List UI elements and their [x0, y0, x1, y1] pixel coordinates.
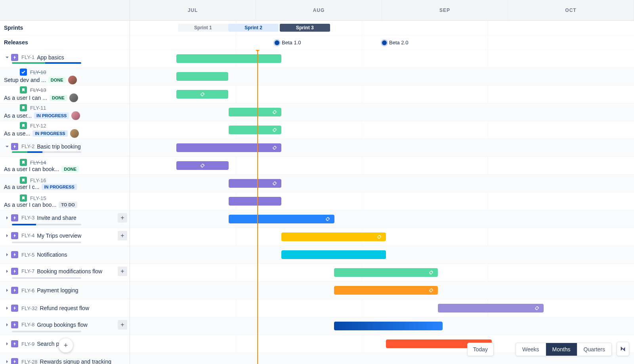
issue-row[interactable]: FLY-14As a user I can book...DONE [0, 157, 130, 175]
story-icon [20, 122, 27, 129]
timeline-bar[interactable] [281, 233, 386, 241]
timeline-bar[interactable] [334, 322, 442, 330]
timeline-row[interactable] [130, 317, 634, 335]
epic-row[interactable]: FLY-2Basic trip booking [0, 139, 130, 157]
timeline-row[interactable] [130, 121, 634, 139]
timeline-bar[interactable] [176, 161, 229, 170]
add-child-button[interactable]: + [118, 231, 127, 240]
status-badge: DONE [50, 95, 67, 101]
month-jul: JUL [130, 0, 256, 20]
issue-row[interactable]: FLY-16As a user I c...IN PROGRESS [0, 175, 130, 192]
epic-row[interactable]: FLY-32Refund request flow [0, 299, 130, 317]
add-child-button[interactable]: + [118, 213, 127, 223]
chevron-right-icon[interactable] [4, 287, 10, 293]
assignee-avatar[interactable] [68, 76, 77, 84]
zoom-weeks[interactable]: Weeks [516, 343, 546, 356]
issue-row[interactable]: FLY-10Setup dev and ...DONE [0, 68, 130, 86]
timeline-row[interactable] [130, 282, 634, 299]
timeline-row[interactable] [130, 210, 634, 228]
issue-title: As a user I can ... [4, 95, 47, 101]
timeline-bar[interactable] [229, 197, 281, 206]
timeline-row[interactable] [130, 264, 634, 282]
sprint-pill-2[interactable]: Sprint 2 [228, 24, 279, 32]
zoom-quarters[interactable]: Quarters [577, 343, 611, 356]
timeline-bar[interactable] [176, 54, 281, 63]
issue-key: FLY-8 [21, 322, 34, 328]
timeline-row[interactable] [130, 103, 634, 121]
timeline-row[interactable] [130, 192, 634, 210]
status-badge: IN PROGRESS [42, 184, 76, 190]
chevron-right-icon[interactable] [4, 305, 10, 311]
chevron-right-icon[interactable] [4, 341, 10, 347]
chevron-right-icon[interactable] [4, 358, 10, 364]
zoom-months[interactable]: Months [546, 343, 577, 356]
epic-icon [11, 268, 18, 275]
issue-row[interactable]: FLY-11As a user...IN PROGRESS [0, 103, 130, 121]
timeline-bar[interactable] [229, 215, 334, 223]
chevron-right-icon[interactable] [4, 268, 10, 274]
timeline-bar[interactable] [176, 90, 228, 99]
timeline-row[interactable] [130, 50, 634, 68]
left-panel: Sprints Releases FLY-1App basicsFLY-10Se… [0, 0, 130, 364]
timeline-row[interactable] [130, 228, 634, 246]
timeline-bar[interactable] [334, 286, 438, 295]
collapse-button[interactable] [617, 342, 629, 356]
timeline-bar[interactable] [229, 126, 281, 134]
timeline[interactable]: JULAUGSEPOCT Sprint 1Sprint 2Sprint 3Bet… [130, 0, 634, 364]
chevron-right-icon[interactable] [4, 233, 10, 239]
today-label: Today [473, 346, 488, 353]
add-issue-fab[interactable]: + [59, 338, 73, 353]
timeline-body[interactable]: Sprint 1Sprint 2Sprint 3Beta 1.0Beta 2.0 [130, 21, 634, 364]
timeline-row[interactable] [130, 299, 634, 317]
epic-row[interactable]: FLY-6Payment logging [0, 282, 130, 299]
issue-row[interactable]: FLY-12As a use...IN PROGRESS [0, 121, 130, 139]
timeline-bar[interactable] [334, 268, 438, 277]
issue-row[interactable]: FLY-15As a user I can boo...TO DO [0, 192, 130, 210]
timeline-bar[interactable] [438, 304, 544, 313]
timeline-bar[interactable] [229, 179, 281, 188]
epic-row[interactable]: FLY-5Notifications [0, 246, 130, 264]
epic-icon [11, 214, 18, 221]
chevron-right-icon[interactable] [4, 215, 10, 221]
add-child-button[interactable]: + [118, 267, 127, 276]
sprint-pill-1[interactable]: Sprint 1 [178, 24, 228, 32]
timeline-bar[interactable] [176, 72, 228, 81]
chevron-down-icon[interactable] [4, 143, 10, 150]
chevron-right-icon[interactable] [4, 322, 10, 328]
epic-row[interactable]: FLY-7Booking modifications flow+ [0, 264, 130, 282]
status-badge: DONE [48, 77, 66, 83]
assignee-avatar[interactable] [70, 129, 79, 138]
timeline-row[interactable] [130, 139, 634, 157]
timeline-row[interactable] [130, 157, 634, 175]
assignee-avatar[interactable] [69, 93, 78, 102]
chevron-down-icon[interactable] [4, 54, 10, 61]
epic-row[interactable]: FLY-3Invite and share+ [0, 210, 130, 228]
timeline-bar[interactable] [176, 143, 281, 152]
timeline-bar[interactable] [229, 108, 281, 116]
chevron-right-icon[interactable] [4, 252, 10, 258]
timeline-row[interactable] [130, 246, 634, 264]
timeline-row[interactable] [130, 175, 634, 192]
issue-title: As a user... [4, 112, 32, 119]
release-marker[interactable]: Beta 1.0 [275, 40, 301, 46]
epic-row[interactable]: FLY-28Rewards signup and tracking [0, 353, 130, 364]
sprint-pill-3[interactable]: Sprint 3 [280, 24, 330, 32]
issue-key: FLY-7 [21, 268, 34, 274]
issue-row[interactable]: FLY-13As a user I can ...DONE [0, 86, 130, 103]
timeline-bar[interactable] [281, 250, 386, 259]
progress-bar [12, 277, 81, 279]
epic-row[interactable]: FLY-1App basics [0, 50, 130, 68]
issue-title: Basic trip booking [37, 143, 81, 150]
epic-row[interactable]: FLY-4My Trips overview+ [0, 228, 130, 246]
status-badge: TO DO [59, 202, 77, 208]
timeline-row[interactable] [130, 68, 634, 86]
epic-icon [11, 287, 18, 294]
task-icon [20, 69, 27, 76]
today-button[interactable]: Today [467, 343, 494, 356]
release-marker[interactable]: Beta 2.0 [382, 40, 408, 46]
assignee-avatar[interactable] [71, 111, 80, 120]
epic-row[interactable]: FLY-8Group bookings flow+ [0, 317, 130, 335]
add-child-button[interactable]: + [118, 320, 127, 330]
issue-title: As a user I can book... [4, 166, 59, 172]
timeline-row[interactable] [130, 86, 634, 103]
